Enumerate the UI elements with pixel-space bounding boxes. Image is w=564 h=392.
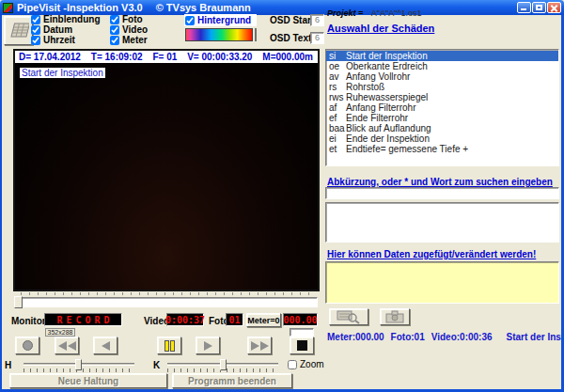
zoom-checkbox[interactable] bbox=[288, 360, 297, 369]
uhrzeit-checkbox[interactable] bbox=[31, 36, 40, 45]
camera-button[interactable] bbox=[380, 308, 410, 325]
checkbox-label: Zoom bbox=[300, 359, 324, 369]
damage-label: Endtiefe= gemessene Tiefe + bbox=[346, 144, 468, 154]
play-button[interactable] bbox=[196, 337, 220, 354]
media-checkbox-group: Foto Video Meter bbox=[110, 14, 148, 45]
meter-checkbox[interactable] bbox=[110, 36, 119, 45]
minimize-icon bbox=[521, 8, 526, 10]
damage-list-item[interactable]: baaBlick auf Auflandung bbox=[326, 123, 558, 133]
damage-list-item[interactable]: eiEnde der Inspektion bbox=[326, 133, 558, 144]
color-spectrum-bar[interactable] bbox=[185, 28, 253, 41]
record-button[interactable] bbox=[15, 337, 39, 354]
search-results-listbox[interactable] bbox=[325, 202, 559, 243]
checkbox-meter[interactable]: Meter bbox=[110, 35, 148, 45]
color-spectrum-marker bbox=[255, 28, 257, 41]
search-heading: Abkürzung, oder * und Wort zum suchen ei… bbox=[327, 177, 553, 187]
checkbox-einblendung[interactable]: Einblendung bbox=[31, 14, 101, 24]
checkbox-label: Einblendung bbox=[43, 14, 101, 24]
damage-label: Anfang Vollrohr bbox=[346, 71, 410, 82]
record-icon bbox=[23, 340, 33, 351]
damage-label: Rohrstoß bbox=[346, 82, 384, 92]
damage-code: oe bbox=[326, 61, 346, 71]
damage-label: Ende der Inspektion bbox=[346, 133, 430, 144]
k-slider-thumb[interactable] bbox=[220, 359, 227, 370]
play-icon bbox=[204, 341, 212, 351]
fast-forward-icon bbox=[251, 341, 269, 351]
keyboard-osd-button[interactable] bbox=[4, 16, 33, 45]
search-monitor-button[interactable] bbox=[329, 308, 368, 325]
datum-checkbox[interactable] bbox=[31, 25, 40, 35]
damage-list-item[interactable]: afAnfang Filterrohr bbox=[326, 102, 558, 113]
damage-label: Ende Filterrohr bbox=[346, 113, 408, 123]
seek-thumb[interactable] bbox=[14, 296, 23, 308]
step-back-button[interactable] bbox=[93, 337, 118, 354]
meter-sub-field[interactable] bbox=[290, 328, 314, 337]
stop-icon bbox=[297, 340, 307, 351]
k-slider[interactable] bbox=[167, 363, 278, 372]
checkbox-zoom[interactable]: Zoom bbox=[288, 359, 324, 369]
damage-list-item[interactable]: siStart der Inspektion bbox=[326, 51, 558, 61]
damage-list-item[interactable]: rwsRuhewasserspiegel bbox=[326, 92, 558, 102]
osd-start-label: OSD Start bbox=[270, 15, 314, 25]
pause-button[interactable] bbox=[157, 337, 181, 354]
damage-code: ef bbox=[326, 113, 346, 123]
stop-button[interactable] bbox=[290, 337, 314, 354]
video-checkbox[interactable] bbox=[110, 25, 119, 35]
damage-list-item[interactable]: etEndtiefe= gemessene Tiefe + bbox=[326, 144, 558, 154]
checkbox-label: Video bbox=[122, 24, 148, 35]
damage-label: Blick auf Auflandung bbox=[346, 123, 431, 133]
osd-text-label: OSD Text bbox=[270, 33, 311, 43]
osd-start-field[interactable]: 6 bbox=[310, 14, 324, 26]
search-input[interactable] bbox=[325, 187, 559, 199]
quit-button[interactable]: Programm beenden bbox=[172, 373, 292, 388]
checkbox-video[interactable]: Video bbox=[110, 24, 148, 35]
osd-text-field[interactable]: 6 bbox=[310, 32, 324, 44]
edit-heading: Hier können Daten zugefügt/verändert wer… bbox=[327, 249, 536, 259]
hintergrund-checkbox[interactable] bbox=[185, 16, 195, 25]
damage-code: af bbox=[326, 102, 346, 113]
camera-icon bbox=[385, 310, 404, 323]
checkbox-label: Datum bbox=[43, 24, 72, 35]
project-line: Projekt = A"A"A"^1.os1 bbox=[327, 8, 422, 18]
video-caption-overlay: Start der Inspektion bbox=[20, 68, 105, 78]
meter-reset-button[interactable]: Meter=0 bbox=[246, 313, 281, 327]
damage-code: si bbox=[326, 51, 346, 61]
record-display: RECORD bbox=[44, 313, 122, 326]
checkbox-uhrzeit[interactable]: Uhrzeit bbox=[31, 35, 101, 45]
project-filename: A"A"A"^1.os1 bbox=[371, 8, 422, 18]
maximize-icon bbox=[536, 5, 542, 10]
damage-listbox[interactable]: siStart der Inspektion oeOberkante Erdre… bbox=[325, 49, 559, 166]
einblendung-checkbox[interactable] bbox=[31, 15, 40, 24]
foto-checkbox[interactable] bbox=[110, 15, 119, 24]
close-button[interactable] bbox=[547, 2, 561, 13]
checkbox-label: Meter bbox=[122, 35, 148, 45]
checkbox-foto[interactable]: Foto bbox=[110, 14, 148, 24]
foto-count-display: 01 bbox=[226, 313, 243, 326]
checkbox-datum[interactable]: Datum bbox=[31, 24, 101, 35]
checkbox-hintergrund[interactable]: Hintergrund bbox=[184, 14, 257, 26]
h-slider[interactable] bbox=[24, 363, 134, 372]
fast-forward-button[interactable] bbox=[247, 337, 272, 354]
h-slider-thumb[interactable] bbox=[75, 359, 82, 370]
app-window: PipeVisit -Inspektion V3.0 © TVsys Braum… bbox=[0, 0, 564, 392]
monitor-label: Monitor bbox=[11, 316, 46, 326]
overlay-checkbox-group: Einblendung Datum Uhrzeit bbox=[31, 14, 101, 45]
status-line: Meter:000.00Foto:01Video:0:00:36Start de… bbox=[327, 332, 564, 342]
damage-code: ei bbox=[326, 133, 346, 144]
damage-list-item[interactable]: rsRohrstoß bbox=[326, 82, 558, 92]
rewind-button[interactable] bbox=[55, 337, 79, 354]
damage-list-item[interactable]: avAnfang Vollrohr bbox=[326, 71, 558, 82]
osd-time: T= 16:09:02 bbox=[91, 52, 143, 62]
minimize-button[interactable] bbox=[517, 2, 531, 13]
pause-icon bbox=[164, 340, 175, 352]
osd-video-time: V= 00:00:33.20 bbox=[187, 52, 252, 62]
maximize-button[interactable] bbox=[532, 2, 546, 13]
damage-list-item[interactable]: oeOberkante Erdreich bbox=[326, 61, 558, 71]
monitor-search-icon bbox=[337, 310, 361, 324]
checkbox-label: Foto bbox=[122, 14, 143, 24]
edit-textarea[interactable] bbox=[325, 261, 559, 304]
damage-list-item[interactable]: efEnde Filterrohr bbox=[326, 113, 558, 123]
damage-list-heading: Auswahl der Schäden bbox=[327, 23, 434, 34]
new-section-button[interactable]: Neue Haltung bbox=[9, 373, 167, 388]
seek-trackbar[interactable] bbox=[15, 297, 318, 307]
